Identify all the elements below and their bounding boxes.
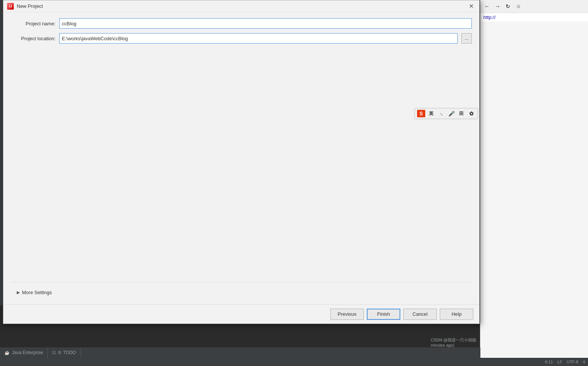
todo-icon: ☑ bbox=[52, 350, 56, 355]
status-line-col[interactable]: 6:11 bbox=[545, 360, 553, 364]
previous-label: Previous bbox=[338, 311, 357, 317]
url-bar[interactable]: http:// bbox=[480, 13, 588, 22]
ime-emoji-icon[interactable]: ✿ bbox=[467, 109, 476, 118]
dialog-separator bbox=[11, 282, 472, 282]
url-text: http:// bbox=[483, 15, 496, 20]
expand-arrow-icon: ▶ bbox=[17, 290, 20, 295]
project-name-input[interactable] bbox=[59, 18, 472, 29]
project-name-label: Project name: bbox=[11, 21, 55, 26]
dialog-close-button[interactable]: ✕ bbox=[467, 2, 476, 11]
dialog-title-left: IJ New Project bbox=[7, 3, 43, 10]
csdn-time: minutes ago) bbox=[431, 343, 476, 347]
previous-button[interactable]: Previous bbox=[330, 309, 364, 320]
ime-logo-icon[interactable]: S bbox=[417, 110, 425, 117]
browser-toolbar: ← → ↻ ☆ bbox=[480, 0, 588, 13]
status-line-ending[interactable]: LF bbox=[557, 360, 562, 364]
ime-chinese-icon[interactable]: 英 bbox=[427, 109, 435, 118]
more-settings-section[interactable]: ▶ More Settings bbox=[11, 287, 472, 298]
more-settings-label: More Settings bbox=[22, 290, 52, 295]
todo-tab[interactable]: ☑ 6: TODO bbox=[48, 347, 81, 358]
java-enterprise-icon: ☕ bbox=[4, 350, 10, 355]
intellij-logo-icon: IJ bbox=[7, 3, 14, 10]
project-location-label: Project location: bbox=[11, 36, 55, 41]
status-bar: 6:11 LF UTF-8 4 bbox=[0, 358, 588, 366]
refresh-icon[interactable]: ↻ bbox=[504, 3, 512, 10]
help-button[interactable]: Help bbox=[440, 309, 473, 320]
ime-punctuation-icon[interactable]: ·, bbox=[437, 109, 445, 118]
finish-button[interactable]: Finish bbox=[367, 309, 400, 320]
java-enterprise-label: Java Enterprise bbox=[12, 350, 43, 355]
dialog-title: New Project bbox=[17, 3, 43, 9]
cancel-button[interactable]: Cancel bbox=[403, 309, 437, 320]
csdn-user: CSDN @我是一只小胡能 bbox=[431, 337, 476, 343]
back-icon[interactable]: ← bbox=[483, 3, 491, 10]
project-location-row: Project location: ... bbox=[11, 33, 472, 44]
star-icon[interactable]: ☆ bbox=[515, 3, 522, 10]
status-indent[interactable]: 4 bbox=[583, 360, 585, 364]
dialog-footer: Previous Finish Cancel Help bbox=[3, 304, 479, 324]
ime-mic-icon[interactable]: 🎤 bbox=[447, 109, 455, 118]
ime-toolbar[interactable]: S 英 ·, 🎤 田 ✿ bbox=[414, 108, 478, 119]
browse-button[interactable]: ... bbox=[461, 33, 472, 44]
new-project-dialog: IJ New Project ✕ Project name: Project l… bbox=[3, 0, 480, 324]
project-location-input[interactable] bbox=[59, 33, 458, 44]
dialog-title-bar: IJ New Project ✕ bbox=[3, 0, 479, 12]
encoding-label: UTF-8 bbox=[567, 360, 578, 364]
ime-soft-keyboard-icon[interactable]: 田 bbox=[457, 109, 465, 118]
project-name-row: Project name: bbox=[11, 18, 472, 29]
forward-icon[interactable]: → bbox=[494, 3, 501, 10]
csdn-info: CSDN @我是一只小胡能 minutes ago) bbox=[431, 337, 476, 347]
cancel-label: Cancel bbox=[413, 311, 428, 317]
left-edge-panel bbox=[0, 0, 3, 305]
dialog-content-area bbox=[11, 48, 472, 277]
bottom-tabs-bar: ☕ Java Enterprise ☑ 6: TODO bbox=[0, 347, 480, 358]
help-label: Help bbox=[452, 311, 462, 317]
finish-label: Finish bbox=[377, 311, 390, 317]
status-encoding[interactable]: UTF-8 bbox=[567, 360, 578, 364]
java-enterprise-tab[interactable]: ☕ Java Enterprise bbox=[0, 347, 48, 358]
line-col-label: 6:11 bbox=[545, 360, 553, 364]
indent-label: 4 bbox=[583, 360, 585, 364]
todo-label: 6: TODO bbox=[58, 350, 76, 355]
right-panel: ← → ↻ ☆ http:// bbox=[480, 0, 588, 366]
line-ending-label: LF bbox=[557, 360, 562, 364]
dialog-body: Project name: Project location: ... ▶ Mo… bbox=[3, 12, 479, 304]
